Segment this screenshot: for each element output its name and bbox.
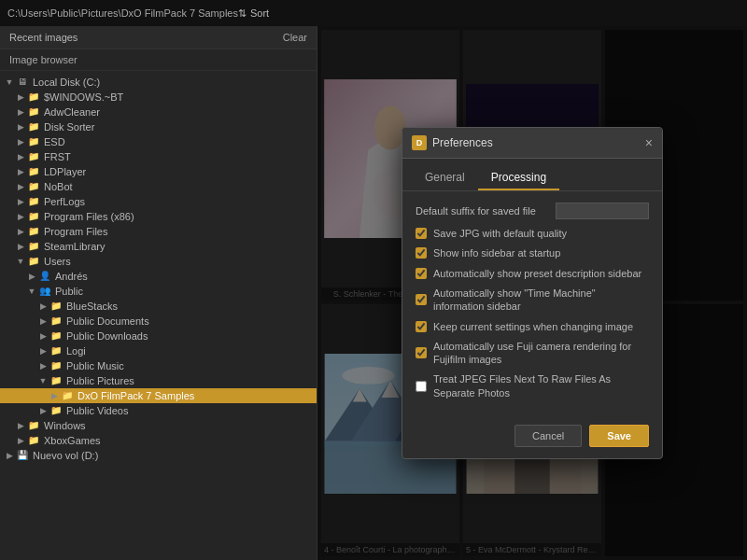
checkbox-row-treat-jpeg: Treat JPEG Files Next To Raw Files As Se… (416, 372, 649, 399)
tree-item-xboxgames[interactable]: ▶ 📁 XboxGames (0, 433, 317, 448)
tree-arrow: ▶ (37, 331, 49, 341)
tree-label: Public Documents (66, 315, 149, 327)
tree-label: AdwCleaner (44, 106, 100, 118)
drive-icon: 🖥 (15, 77, 30, 88)
image-browser-label: Image browser (0, 49, 317, 71)
tree-item-program-files-x86[interactable]: ▶ 📁 Program Files (x86) (0, 209, 317, 224)
tree-arrow: ▶ (37, 406, 49, 415)
tree-item-nuevo-vol-d[interactable]: ▶ 💾 Nuevo vol (D:) (0, 448, 317, 463)
tree-item-program-files[interactable]: ▶ 📁 Program Files (0, 224, 317, 239)
dialog-body: Default suffix for saved file Save JPG w… (402, 191, 662, 417)
tree-label: Public Music (66, 360, 124, 371)
folder-icon: 📁 (26, 106, 41, 118)
tree-item-esd[interactable]: ▶ 📁 ESD (0, 134, 317, 149)
tree-item-dxo-filmpack[interactable]: ▶ 📁 DxO FilmPack 7 Samples (0, 388, 317, 403)
suffix-row: Default suffix for saved file (416, 203, 649, 219)
tree-label: BlueStacks (66, 301, 118, 312)
tree-item-public[interactable]: ▼ 👥 Public (0, 284, 317, 299)
tree-item-public-music[interactable]: ▶ 📁 Public Music (0, 358, 317, 373)
checkbox-label-treat-jpeg[interactable]: Treat JPEG Files Next To Raw Files As Se… (433, 372, 649, 399)
cancel-button[interactable]: Cancel (514, 425, 582, 447)
tree-item-windows[interactable]: ▶ 📁 Windows (0, 418, 317, 433)
tree-item-disk-sorter[interactable]: ▶ 📁 Disk Sorter (0, 119, 317, 134)
tree-arrow: ▶ (4, 451, 15, 460)
suffix-input[interactable] (556, 203, 649, 219)
tab-general[interactable]: General (412, 166, 478, 190)
tree-arrow: ▼ (26, 287, 37, 296)
folder-icon: 📁 (26, 420, 41, 431)
tree-item-logi[interactable]: ▶ 📁 Logi (0, 343, 317, 358)
tree-label: NoBot (44, 181, 73, 192)
checkbox-show-sidebar[interactable] (416, 247, 427, 259)
tree-item-ldplayer[interactable]: ▶ 📁 LDPlayer (0, 164, 317, 179)
tab-processing[interactable]: Processing (478, 166, 559, 190)
tree-arrow: ▶ (15, 122, 26, 132)
checkbox-auto-time[interactable] (416, 294, 427, 305)
tree-label: Andrés (55, 271, 88, 282)
checkbox-label-fuji-render[interactable]: Automatically use Fuji camera rendering … (433, 340, 649, 367)
checkbox-keep-settings[interactable] (416, 321, 427, 332)
checkbox-auto-preset[interactable] (416, 268, 427, 279)
tree-item-public-downloads[interactable]: ▶ 📁 Public Downloads (0, 329, 317, 343)
sort-button[interactable]: ⇅ Sort (238, 7, 269, 20)
tree-arrow: ▶ (15, 242, 26, 251)
folder-icon: 📁 (49, 405, 63, 416)
checkbox-row-save-jpg: Save JPG with default quality (416, 227, 649, 240)
tree-arrow: ▶ (15, 92, 26, 102)
user-folder-icon: 👥 (37, 286, 52, 297)
sort-label: Sort (250, 7, 269, 19)
tree-arrow: ▶ (15, 212, 26, 221)
checkbox-label-show-sidebar[interactable]: Show info sidebar at startup (433, 246, 560, 259)
main-layout: Recent images Clear Image browser ▼ 🖥 Lo… (0, 26, 747, 560)
tree-item-users[interactable]: ▼ 📁 Users (0, 254, 317, 269)
folder-icon: 📁 (26, 91, 41, 103)
clear-button[interactable]: Clear (283, 32, 307, 43)
tree-item-windows-bt[interactable]: ▶ 📁 $WINDOWS.~BT (0, 90, 317, 105)
tree-item-andres[interactable]: ▶ 👤 Andrés (0, 269, 317, 284)
checkbox-row-fuji-render: Automatically use Fuji camera rendering … (416, 340, 649, 367)
suffix-label: Default suffix for saved file (416, 205, 556, 217)
tree-item-adwcleaner[interactable]: ▶ 📁 AdwCleaner (0, 105, 317, 119)
folder-icon: 📁 (49, 301, 63, 312)
tree-item-nobot[interactable]: ▶ 📁 NoBot (0, 179, 317, 194)
tree-item-local-c[interactable]: ▼ 🖥 Local Disk (C:) (0, 75, 317, 90)
checkbox-save-jpg[interactable] (416, 228, 427, 239)
folder-icon: 📁 (26, 196, 41, 207)
tree-label: XboxGames (44, 435, 101, 446)
tree-label: Program Files (44, 226, 107, 237)
dialog-close-button[interactable]: × (645, 136, 653, 149)
tree-item-public-videos[interactable]: ▶ 📁 Public Videos (0, 403, 317, 418)
folder-icon: 📁 (26, 241, 41, 252)
checkbox-label-save-jpg[interactable]: Save JPG with default quality (433, 227, 567, 240)
folder-icon: 📁 (49, 330, 63, 342)
recent-images-label: Recent images (9, 32, 78, 43)
save-button[interactable]: Save (589, 425, 649, 447)
folder-icon: 📁 (49, 345, 63, 357)
tree-label: Windows (44, 420, 86, 431)
checkbox-label-keep-settings[interactable]: Keep current settings when changing imag… (433, 320, 633, 333)
checkbox-label-auto-time[interactable]: Automatically show "Time Machine" inform… (433, 287, 649, 314)
tree-arrow: ▶ (37, 316, 49, 326)
tree-item-frst[interactable]: ▶ 📁 FRST (0, 149, 317, 164)
tree-arrow: ▶ (15, 227, 26, 236)
folder-icon: 📁 (26, 256, 41, 267)
tree-item-steamlibrary[interactable]: ▶ 📁 SteamLibrary (0, 239, 317, 254)
tree-label: PerfLogs (44, 196, 85, 207)
tree-label: Program Files (x86) (44, 211, 134, 222)
tree-item-bluestacks[interactable]: ▶ 📁 BlueStacks (0, 299, 317, 314)
checkbox-fuji-render[interactable] (416, 347, 427, 358)
folder-icon: 📁 (26, 121, 41, 133)
tree-label: Public Pictures (66, 375, 134, 386)
tree-label: Local Disk (C:) (33, 77, 100, 88)
sidebar: Recent images Clear Image browser ▼ 🖥 Lo… (0, 26, 317, 560)
checkbox-label-auto-preset[interactable]: Automatically show preset description si… (433, 267, 641, 280)
tree-arrow: ▶ (37, 361, 49, 371)
tree-item-public-documents[interactable]: ▶ 📁 Public Documents (0, 314, 317, 329)
tree-item-public-pictures[interactable]: ▼ 📁 Public Pictures (0, 373, 317, 388)
folder-icon: 📁 (60, 390, 75, 401)
tree-item-perflogs[interactable]: ▶ 📁 PerfLogs (0, 194, 317, 209)
content-area: S. Schlenker - The bride - JPG (317, 26, 747, 560)
checkbox-treat-jpeg[interactable] (416, 381, 427, 392)
tree-label: Users (44, 256, 71, 267)
folder-icon: 📁 (26, 181, 41, 192)
